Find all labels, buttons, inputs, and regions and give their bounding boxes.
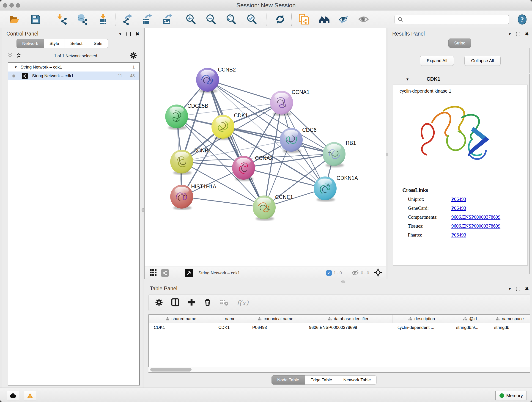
network-node-HIST1H1A[interactable]: HIST1H1A: [170, 184, 216, 210]
cloud-button[interactable]: [7, 391, 19, 400]
expand-all-chevron-icon[interactable]: [16, 53, 22, 59]
left-splitter-grip[interactable]: [142, 208, 144, 212]
fit-crosshair-icon[interactable]: [374, 268, 382, 278]
crosslink-link[interactable]: P06493: [451, 232, 466, 238]
panel-close-icon[interactable]: ✖: [525, 31, 529, 37]
zoom-selected-icon[interactable]: [246, 14, 258, 25]
panel-close-icon[interactable]: ✖: [525, 286, 529, 292]
network-options-gear-icon[interactable]: [130, 52, 137, 60]
import-network-file-icon[interactable]: [56, 14, 68, 25]
crosslink-link[interactable]: 9606.ENSP00000378699: [451, 214, 500, 220]
import-network-database-icon[interactable]: [76, 14, 89, 25]
panel-close-icon[interactable]: ✖: [135, 31, 139, 37]
grid-view-icon[interactable]: [150, 269, 157, 277]
network-row-selected[interactable]: String Network – cdk1 11 48: [8, 71, 139, 80]
scrollbar-thumb[interactable]: [150, 368, 191, 371]
help-icon[interactable]: ?: [517, 14, 529, 25]
open-session-icon[interactable]: [8, 14, 20, 25]
warning-button[interactable]: [24, 391, 36, 400]
save-session-icon[interactable]: [29, 14, 41, 25]
crosslink-link[interactable]: P06493: [451, 205, 466, 211]
apply-layout-icon[interactable]: [274, 14, 286, 25]
table-cell[interactable]: cyclin-dependent ...: [393, 323, 451, 332]
network-node-CCNE1[interactable]: CCNE1: [253, 194, 293, 221]
tab-select[interactable]: Select: [65, 39, 88, 48]
horizontal-splitter[interactable]: [144, 279, 532, 284]
column-header-namespace[interactable]: namespace: [489, 315, 530, 323]
table-cell[interactable]: CDK1: [213, 323, 247, 332]
column-header-name[interactable]: name: [213, 315, 247, 323]
create-column-plus-icon[interactable]: [188, 298, 196, 307]
table-cell[interactable]: stringdb: [489, 323, 530, 332]
expand-all-button[interactable]: Expand All: [420, 56, 454, 66]
network-node-CCNA2[interactable]: CCNA2: [232, 155, 273, 181]
column-header-description[interactable]: description: [393, 315, 451, 323]
crosslink-link[interactable]: 9606.ENSP00000378699: [451, 223, 500, 229]
memory-button[interactable]: Memory: [495, 391, 527, 400]
crosslink-row: GeneCard:P06493: [408, 205, 527, 211]
network-node-CDC6[interactable]: CDC6: [280, 127, 317, 153]
import-table-file-icon[interactable]: [97, 14, 109, 25]
crosslink-link[interactable]: P06493: [451, 196, 466, 202]
network-canvas[interactable]: CCNB2CCNA1CDC25BCDK1CDC6RB1CCNB1CCNA2CDK…: [145, 28, 386, 267]
panel-menu-caret-icon[interactable]: ▼: [508, 287, 511, 291]
zoom-fit-icon[interactable]: [225, 14, 237, 25]
table-cell[interactable]: CDK1: [149, 323, 213, 332]
network-node-CCNB1[interactable]: CCNB1: [170, 148, 211, 175]
network-collection-row[interactable]: ▼ String Network – cdk1 1: [8, 63, 139, 71]
export-network-icon[interactable]: [122, 14, 133, 25]
collapse-all-chevron-icon[interactable]: [7, 53, 13, 59]
table-cell[interactable]: P06493: [247, 323, 304, 332]
hide-selected-eye-icon[interactable]: [338, 14, 350, 25]
tab-network[interactable]: Network: [17, 39, 44, 48]
search-input[interactable]: [405, 17, 507, 22]
table-cell[interactable]: 9606.ENSP00000378699: [304, 323, 393, 332]
svg-text:?: ?: [520, 16, 524, 23]
column-header-shared-name[interactable]: shared name: [149, 315, 213, 323]
node-label-CCNA2: CCNA2: [255, 155, 273, 161]
network-node-CCNB2[interactable]: CCNB2: [196, 67, 236, 93]
network-node-RB1[interactable]: RB1: [323, 140, 356, 167]
export-image-icon[interactable]: [161, 14, 173, 25]
table-row[interactable]: CDK1CDK1P064939606.ENSP00000378699cyclin…: [149, 323, 530, 332]
panel-float-icon[interactable]: [516, 287, 520, 291]
column-header-database-identifier[interactable]: database identifier: [304, 315, 393, 323]
show-columns-icon[interactable]: [171, 298, 179, 307]
tab-edge-table[interactable]: Edge Table: [305, 375, 338, 385]
collection-expand-caret-icon[interactable]: ▼: [14, 65, 17, 69]
string-view-icon[interactable]: [161, 269, 169, 277]
gene-header[interactable]: ▼ CDK1: [391, 74, 530, 84]
panel-menu-caret-icon[interactable]: ▼: [508, 32, 511, 36]
hidden-eye-icon[interactable]: [351, 269, 359, 277]
string-import-icon[interactable]: [298, 14, 310, 25]
home-networks-icon[interactable]: [318, 14, 330, 25]
tab-node-table[interactable]: Node Table: [272, 375, 305, 385]
delete-column-trash-icon[interactable]: [204, 298, 211, 307]
panel-float-icon[interactable]: [516, 32, 520, 36]
navigator-icon[interactable]: [185, 269, 193, 277]
table-cell[interactable]: stringdb:9...: [451, 323, 489, 332]
export-table-icon[interactable]: [141, 14, 153, 25]
network-node-CDK1[interactable]: CDK1: [211, 113, 248, 140]
zoom-in-icon[interactable]: [185, 14, 197, 25]
table-options-gear-icon[interactable]: [155, 298, 163, 307]
gene-expand-caret-icon[interactable]: ▼: [406, 77, 409, 81]
tab-network-table[interactable]: Network Table: [338, 375, 377, 385]
column-header-canonical-name[interactable]: canonical name: [247, 315, 304, 323]
current-network-dot-icon: [12, 75, 15, 77]
network-node-CCNA1[interactable]: CCNA1: [270, 89, 310, 116]
tab-sets[interactable]: Sets: [88, 39, 108, 48]
column-header--id[interactable]: @id: [451, 315, 489, 323]
tab-string[interactable]: String: [448, 38, 471, 48]
splitter-grip[interactable]: [341, 281, 345, 283]
network-node-CDKN1A[interactable]: CDKN1A: [314, 175, 358, 202]
collapse-all-button[interactable]: Collapse All: [464, 56, 500, 66]
table-horizontal-scrollbar[interactable]: [148, 367, 530, 372]
network-node-CDC25B[interactable]: CDC25B: [165, 103, 208, 130]
panel-float-icon[interactable]: [127, 32, 131, 36]
tab-style[interactable]: Style: [44, 39, 65, 48]
panel-menu-caret-icon[interactable]: ▼: [119, 32, 122, 36]
selected-checkbox-icon[interactable]: ✓: [326, 270, 332, 276]
show-all-eye-icon[interactable]: [358, 14, 370, 25]
zoom-out-icon[interactable]: [205, 14, 217, 25]
